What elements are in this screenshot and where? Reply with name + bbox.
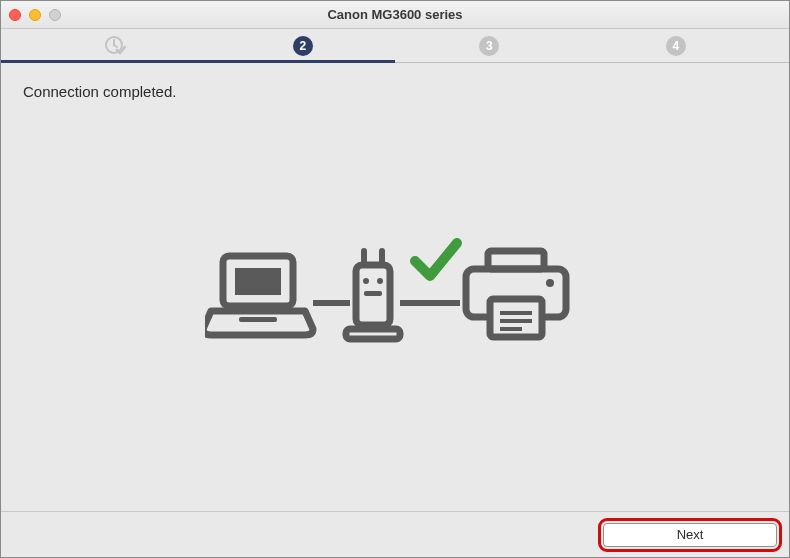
window-controls bbox=[9, 9, 61, 21]
diagram-svg bbox=[205, 221, 585, 371]
window-title: Canon MG3600 series bbox=[1, 7, 789, 22]
close-icon[interactable] bbox=[9, 9, 21, 21]
svg-rect-10 bbox=[346, 329, 400, 339]
step-4-future: 4 bbox=[666, 36, 686, 56]
connection-diagram bbox=[23, 100, 767, 491]
checkmark-icon bbox=[415, 243, 457, 276]
svg-rect-9 bbox=[364, 291, 382, 296]
footer: Next bbox=[1, 511, 789, 557]
router-icon bbox=[346, 251, 400, 339]
svg-point-13 bbox=[546, 279, 554, 287]
clock-check-icon bbox=[104, 35, 126, 57]
maximize-icon bbox=[49, 9, 61, 21]
svg-rect-14 bbox=[490, 299, 542, 337]
laptop-icon bbox=[205, 256, 313, 335]
svg-rect-3 bbox=[239, 317, 277, 322]
step-3-label: 3 bbox=[486, 39, 493, 53]
next-button[interactable]: Next bbox=[603, 523, 777, 547]
step-indicator: 2 3 4 bbox=[1, 29, 789, 63]
minimize-icon[interactable] bbox=[29, 9, 41, 21]
svg-point-7 bbox=[363, 278, 369, 284]
step-2-label: 2 bbox=[299, 39, 306, 53]
svg-point-8 bbox=[377, 278, 383, 284]
step-1-done bbox=[104, 35, 126, 57]
svg-rect-2 bbox=[235, 268, 281, 295]
step-2-current: 2 bbox=[293, 36, 313, 56]
installer-window: Canon MG3600 series 2 3 4 Connection com… bbox=[0, 0, 790, 558]
step-3-future: 3 bbox=[479, 36, 499, 56]
titlebar: Canon MG3600 series bbox=[1, 1, 789, 29]
status-text: Connection completed. bbox=[23, 83, 767, 100]
step-4-label: 4 bbox=[672, 39, 679, 53]
content-area: Connection completed. bbox=[1, 63, 789, 511]
printer-icon bbox=[466, 251, 566, 337]
